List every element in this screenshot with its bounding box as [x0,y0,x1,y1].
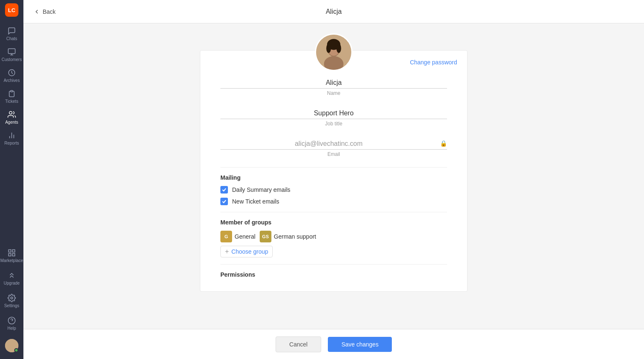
page-header: Back Alicja [23,0,644,23]
name-label: Name [220,90,447,96]
job-title-field: Job title [220,106,447,127]
change-password-link[interactable]: Change password [410,59,457,66]
sidebar-item-settings[interactable]: Settings [0,290,25,311]
sidebar-item-label: Upgrade [4,281,20,285]
sidebar-item-archives[interactable]: Archives [0,65,23,86]
sidebar-item-marketplace[interactable]: Marketplace [0,245,25,266]
sidebar-item-reports[interactable]: Reports [0,128,23,149]
sidebar-item-label: Marketplace [0,258,23,263]
lock-icon: 🔒 [440,140,447,147]
email-label: Email [220,151,447,157]
daily-summary-label: Daily Summary emails [232,186,290,193]
group-badge-general: G [220,231,232,242]
daily-summary-checkbox[interactable] [220,186,228,194]
new-ticket-row[interactable]: New Ticket emails [220,198,447,205]
group-chip-general: G General [220,231,256,242]
back-label: Back [43,8,56,15]
main-area: Back Alicja Change [23,0,644,359]
sidebar: LC Chats Customers Archives Tickets [0,0,23,359]
daily-summary-row[interactable]: Daily Summary emails [220,186,447,194]
job-title-input[interactable] [220,106,447,119]
sidebar-bottom: Marketplace Upgrade Settings Help [0,245,25,356]
svg-rect-9 [9,254,11,256]
group-badge-german-support: GS [260,231,271,242]
svg-rect-7 [9,250,11,252]
sidebar-item-tickets[interactable]: Tickets [0,86,23,107]
back-button[interactable]: Back [33,8,56,15]
email-input [220,137,447,150]
svg-point-12 [8,317,15,324]
group-chip-german-support: GS German support [260,231,316,242]
user-avatar-container[interactable] [0,336,25,356]
sidebar-item-label: Reports [4,141,19,145]
svg-rect-8 [13,250,15,252]
svg-point-19 [326,43,331,53]
sidebar-item-label: Settings [4,303,19,308]
footer-bar: Cancel Save changes [23,329,644,359]
sidebar-item-help[interactable]: Help [0,313,25,334]
add-group-label: Choose group [231,248,268,255]
page-title: Alicja [326,8,342,15]
avatar [5,339,18,352]
content-area: Change password Name Job title 🔒 Email [23,23,644,359]
svg-rect-10 [13,254,15,256]
avatar-image [316,33,351,71]
name-input[interactable] [220,76,447,89]
svg-point-11 [11,297,13,299]
groups-title: Member of groups [220,219,447,226]
sidebar-item-label: Archives [4,78,20,83]
mailing-checkboxes: Daily Summary emails New Ticket emails [220,186,447,205]
svg-point-3 [9,112,12,115]
sidebar-item-label: Chats [6,36,17,41]
save-button[interactable]: Save changes [328,337,392,352]
svg-point-20 [337,43,341,53]
permissions-title: Permissions [220,271,447,278]
mailing-section: Mailing Daily Summary emails [220,174,447,205]
group-label-general: General [235,233,256,240]
mailing-title: Mailing [220,174,447,181]
sidebar-item-label: Help [8,326,16,331]
sidebar-item-customers[interactable]: Customers [0,44,23,65]
cancel-button[interactable]: Cancel [276,336,322,352]
back-arrow-icon [33,8,40,15]
groups-section: Member of groups G General GS German sup… [220,219,447,257]
svg-rect-0 [8,49,15,54]
permissions-divider [220,264,447,265]
new-ticket-checkbox[interactable] [220,198,228,205]
job-title-label: Job title [220,121,447,127]
email-field-container: 🔒 Email [220,137,447,157]
name-field: Name [220,76,447,96]
svg-point-16 [324,56,344,71]
sidebar-item-upgrade[interactable]: Upgrade [0,268,25,289]
sidebar-item-label: Agents [5,120,18,125]
group-label-german-support: German support [274,233,316,240]
add-group-row: + Choose group [220,246,447,257]
check-icon [222,187,227,192]
app-logo: LC [5,3,18,17]
sidebar-item-agents[interactable]: Agents [0,107,23,128]
new-ticket-label: New Ticket emails [232,198,279,205]
check-icon [222,199,227,204]
sidebar-item-chats[interactable]: Chats [0,23,23,44]
email-wrapper: 🔒 [220,137,447,150]
add-group-plus-icon: + [225,248,229,255]
groups-divider [220,212,447,212]
online-status-dot [14,348,18,352]
sidebar-item-label: Customers [2,57,22,62]
profile-card: Change password Name Job title 🔒 Email [200,50,468,292]
add-group-button[interactable]: + Choose group [220,246,273,257]
mailing-divider [220,167,447,168]
profile-avatar [315,33,353,71]
sidebar-item-label: Tickets [5,99,18,104]
svg-rect-2 [11,91,13,92]
profile-avatar-wrapper [315,33,353,71]
groups-row: G General GS German support [220,231,447,242]
